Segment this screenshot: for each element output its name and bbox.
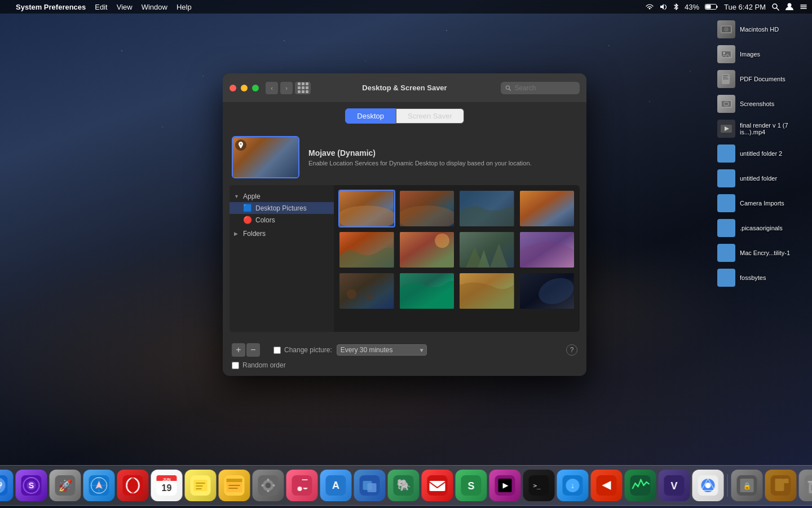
calendar-icon: JUN 19 — [157, 475, 177, 496]
thumb-yosemite-2[interactable] — [519, 231, 576, 269]
menu-edit[interactable]: Edit — [95, 3, 107, 11]
svg-point-88 — [262, 484, 264, 487]
trash-icon — [805, 475, 813, 496]
tree-desktop-pictures[interactable]: 🟦 Desktop Pictures — [230, 202, 334, 214]
minimize-button[interactable] — [241, 85, 248, 91]
dock-cracker[interactable]: 🔒 — [731, 470, 763, 501]
dock-activity-monitor[interactable] — [625, 470, 656, 501]
dock-terminal[interactable]: >_ — [523, 470, 555, 501]
dock-sheets[interactable]: S — [456, 470, 487, 501]
screenshots-icon — [717, 95, 735, 113]
thumb-high-sierra-dark-img — [460, 191, 514, 226]
thumb-sierra-1[interactable] — [338, 231, 395, 269]
sidebar-item-fossbytes[interactable]: fossbytes — [713, 266, 810, 289]
change-picture-checkbox[interactable] — [273, 347, 281, 354]
sidebar-item-mac-encry[interactable]: Mac Encry...tility-1 — [713, 242, 810, 264]
dock-system-preferences[interactable] — [253, 470, 284, 501]
stickies-icon — [224, 475, 245, 496]
colors-label: Colors — [255, 216, 275, 224]
notes-icon — [191, 475, 211, 496]
tab-screen-saver[interactable]: Screen Saver — [396, 108, 464, 124]
thumb-wave-green[interactable] — [399, 272, 456, 310]
thumb-el-capitan-1[interactable] — [338, 272, 395, 310]
grid-view-button[interactable] — [295, 82, 311, 94]
thumb-mojave-dynamic-img — [339, 191, 394, 226]
sidebar-item-untitled2[interactable]: untitled folder 2 — [713, 142, 810, 165]
apple-label: Apple — [243, 192, 261, 200]
tree-colors[interactable]: 🔴 Colors — [230, 214, 334, 226]
user-icon[interactable] — [785, 2, 794, 11]
close-button[interactable] — [230, 85, 236, 91]
remove-button[interactable]: − — [246, 343, 260, 357]
dock-itunes[interactable] — [286, 470, 318, 501]
bottom-controls: + − Change picture: Every 5 secondsEvery… — [223, 339, 586, 361]
dock-notes[interactable] — [185, 470, 217, 501]
dock-virtualbox[interactable] — [354, 470, 386, 501]
dock-trash[interactable] — [799, 470, 813, 501]
sidebar-item-images[interactable]: Images — [713, 43, 810, 65]
dock-jetbrains[interactable]: ▶ — [489, 470, 521, 501]
dock-opera[interactable] — [117, 470, 149, 501]
search-input[interactable] — [514, 84, 575, 92]
add-remove-buttons: + − — [232, 343, 260, 357]
dock-dragdrop[interactable] — [591, 470, 623, 501]
sidebar-item-picasa[interactable]: .picasaoriginals — [713, 217, 810, 239]
thumb-yosemite-1[interactable] — [458, 231, 515, 269]
help-button[interactable]: ? — [566, 344, 577, 356]
dock-vekta[interactable]: V — [659, 470, 690, 501]
dock-filethief[interactable] — [765, 470, 797, 501]
spotlight-icon[interactable] — [771, 3, 779, 11]
dock-aria[interactable]: ↓ — [557, 470, 589, 501]
dock-gmail[interactable] — [422, 470, 453, 501]
random-order-checkbox[interactable] — [232, 362, 239, 369]
search-box[interactable] — [501, 82, 580, 94]
dock-siri[interactable]: S — [16, 470, 47, 501]
tab-desktop[interactable]: Desktop — [345, 108, 396, 124]
svg-rect-19 — [723, 77, 727, 78]
menu-help[interactable]: Help — [176, 3, 192, 11]
svg-point-6 — [788, 3, 792, 7]
volume-icon[interactable] — [660, 3, 668, 10]
dock-calendar[interactable]: JUN 19 — [151, 470, 183, 501]
dock-finder[interactable] — [0, 470, 14, 501]
add-button[interactable]: + — [232, 343, 245, 357]
interval-select[interactable]: Every 5 secondsEvery 1 minuteEvery 5 min… — [337, 344, 427, 356]
tree-apple-header[interactable]: ▼ Apple — [230, 191, 334, 202]
bluetooth-icon[interactable] — [673, 3, 679, 11]
sidebar-item-macintosh-hd[interactable]: Macintosh HD — [713, 18, 810, 41]
sidebar-item-screenshots[interactable]: Screenshots — [713, 93, 810, 115]
menu-view[interactable]: View — [117, 3, 133, 11]
window-title: Desktop & Screen Saver — [362, 84, 447, 92]
dock-chrome[interactable] — [692, 470, 724, 501]
dock-app-store[interactable]: A — [320, 470, 352, 501]
dock-launchpad[interactable]: 🚀 — [50, 470, 81, 501]
forward-button[interactable]: › — [280, 82, 293, 94]
thumb-mojave-light[interactable] — [399, 190, 456, 227]
thumb-sierra-2[interactable] — [399, 231, 456, 269]
wifi-icon[interactable] — [645, 3, 654, 10]
sidebar-item-pdf[interactable]: PDF Documents — [713, 68, 810, 90]
sidebar-item-untitled[interactable]: untitled folder — [713, 167, 810, 190]
notification-icon[interactable] — [800, 3, 807, 11]
maximize-button[interactable] — [252, 85, 259, 91]
thumb-high-sierra-light[interactable] — [519, 190, 576, 227]
thumb-space-blue[interactable] — [519, 272, 576, 310]
dock-tableplus[interactable]: 🐘 — [388, 470, 420, 501]
thumb-wave-sand[interactable] — [458, 272, 515, 310]
sidebar-item-camera[interactable]: Camera Imports — [713, 192, 810, 214]
dock: S 🚀 JUN 19 — [0, 465, 812, 506]
dock-stickies[interactable] — [219, 470, 250, 501]
change-picture-row: Change picture: Every 5 secondsEvery 1 m… — [273, 344, 427, 356]
menu-window[interactable]: Window — [142, 3, 167, 11]
svg-text:↓: ↓ — [571, 481, 575, 490]
thumb-high-sierra-dark[interactable] — [458, 190, 515, 227]
dock-safari[interactable] — [83, 470, 115, 501]
sidebar-item-video[interactable]: final render v 1 (7 is...).mp4 — [713, 117, 810, 140]
search-icon — [505, 85, 511, 91]
thumb-wave-sand-img — [460, 273, 514, 309]
back-button[interactable]: ‹ — [266, 82, 278, 94]
menu-system-preferences[interactable]: System Preferences — [16, 3, 86, 11]
tree-folders-header[interactable]: ▶ Folders — [230, 228, 334, 239]
finder-icon — [0, 475, 8, 496]
thumb-mojave-dynamic[interactable] — [338, 190, 395, 227]
